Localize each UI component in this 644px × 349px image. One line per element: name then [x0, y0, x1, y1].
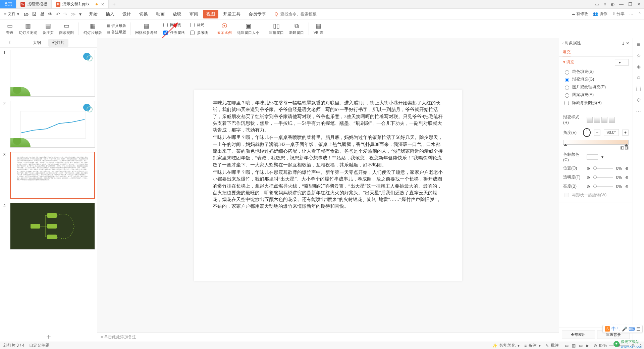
apply-all-button[interactable]: 全部应用: [562, 331, 595, 339]
minimize-icon[interactable]: —: [619, 2, 624, 7]
theme-icon[interactable]: ◐: [611, 2, 614, 7]
menu-chevron-icon[interactable]: ⌃: [638, 12, 641, 16]
bright-dec[interactable]: ⊖: [587, 184, 590, 189]
new-tab-button[interactable]: ＋: [109, 0, 120, 8]
rp-close-icon[interactable]: ✕: [626, 41, 629, 46]
handout-master[interactable]: ▦讲义母版: [107, 23, 126, 28]
pos-dec[interactable]: ⊖: [587, 166, 590, 171]
menu-view[interactable]: 视图: [203, 10, 218, 18]
more-menu-icon[interactable]: ⋯: [629, 12, 633, 16]
share-button[interactable]: ⇪ 分享: [612, 11, 625, 17]
command-search[interactable]: Q: [275, 11, 333, 17]
app-grid-icon[interactable]: ⌗: [604, 2, 606, 7]
view-sorter-btn[interactable]: ▥: [572, 343, 576, 348]
qat-dropdown-icon[interactable]: ▾: [79, 11, 82, 17]
ime-menu-icon[interactable]: ☰: [636, 327, 640, 332]
trans-slider[interactable]: [593, 177, 613, 178]
preview-icon[interactable]: 👁: [48, 11, 53, 17]
color-dropdown-icon[interactable]: ▾: [601, 155, 603, 159]
tab-templates[interactable]: W 找稻壳模板: [16, 0, 52, 8]
menu-vip[interactable]: 会员专享: [245, 10, 269, 18]
vb-macro[interactable]: ▦VB 宏: [311, 22, 326, 35]
cloud-changes[interactable]: ☁ 有修改: [571, 11, 588, 17]
angle-knob[interactable]: [583, 128, 590, 137]
status-theme[interactable]: 自定义主题: [29, 343, 49, 348]
trans-inc[interactable]: ⊕: [625, 175, 629, 180]
ime-kbd-icon[interactable]: ⌨: [629, 327, 635, 332]
fill-hide-bg[interactable]: 隐藏背景图形(H): [563, 99, 629, 107]
rail-template-icon[interactable]: ⬚: [636, 85, 641, 92]
tab-document[interactable]: P 演示文稿1.pptx ✕: [52, 0, 109, 8]
rail-settings-icon[interactable]: ≡: [637, 42, 640, 48]
slide-canvas[interactable]: 年味儿在哪里？哦，年味儿55在爷爷一幅幅笔墨飘香的对联里。进入腊2月，街上大街小…: [194, 90, 462, 281]
rail-target-icon[interactable]: ⌾: [637, 74, 640, 81]
ime-punct[interactable]: ' ,: [617, 327, 621, 332]
window-mode-icon[interactable]: ▭: [595, 2, 599, 7]
fit-window[interactable]: ▣适应窗口大小: [234, 22, 262, 35]
rp-tab-fill[interactable]: 填充: [562, 50, 571, 56]
print-icon[interactable]: 🖶: [40, 11, 45, 17]
arrange-windows[interactable]: ▯▯重排窗口: [266, 22, 286, 35]
undo-icon[interactable]: ↶: [56, 11, 60, 17]
save-icon[interactable]: 🖫: [32, 11, 37, 17]
thumbnail-4[interactable]: 4: [0, 201, 97, 252]
new-window[interactable]: ⧉新建窗口: [286, 22, 307, 35]
close-tab-icon[interactable]: ✕: [101, 2, 104, 7]
collapse-pane-icon[interactable]: 《: [3, 39, 15, 47]
thumbnail-3[interactable]: 3 年味儿在哪里？哦，年味儿55在爷爷一幅幅笔墨飘香的对联里。进入腊2月，街上大…: [0, 150, 97, 201]
zoom-ratio[interactable]: ⦿显示比例: [214, 22, 234, 35]
menu-insert[interactable]: 插入: [102, 10, 118, 18]
zoom-out-icon[interactable]: ⊖: [594, 343, 597, 348]
fill-pattern[interactable]: 图案填充(A): [563, 91, 629, 99]
rp-collapse-icon[interactable]: ‹: [562, 41, 564, 46]
view-sorter[interactable]: ▥幻灯片浏览: [16, 22, 40, 35]
pos-inc[interactable]: ⊕: [625, 166, 629, 171]
bright-inc[interactable]: ⊕: [625, 184, 629, 189]
fill-picture[interactable]: 图片或纹理填充(P): [563, 83, 629, 91]
color-swatch[interactable]: [587, 154, 598, 160]
fill-solid[interactable]: 纯色填充(S): [563, 68, 629, 76]
guides-checkbox[interactable]: 参考线: [189, 30, 208, 36]
taskpane-checkbox[interactable]: 任务窗格: [162, 30, 185, 36]
open-icon[interactable]: 🗁: [24, 11, 29, 17]
rail-shape-icon[interactable]: ◈: [637, 63, 641, 70]
thumbnail-1[interactable]: 1: [0, 48, 97, 99]
ime-lang[interactable]: 中: [611, 326, 616, 332]
add-slide-button[interactable]: ＋: [0, 332, 97, 342]
grad-style-presets[interactable]: [587, 117, 615, 123]
grid-guides[interactable]: ▦网格和参考线: [132, 22, 160, 35]
menu-review[interactable]: 审阅: [186, 10, 202, 18]
status-beautify[interactable]: ✨ 智能美化 ▾: [492, 343, 520, 348]
view-notes[interactable]: ▤备注页: [40, 22, 56, 35]
angle-value[interactable]: 90.0°: [604, 129, 619, 136]
more-qat-icon[interactable]: ≫: [71, 11, 76, 17]
gradient-bar[interactable]: [563, 140, 629, 145]
tab-outline[interactable]: 大纲: [29, 39, 45, 47]
rail-star-icon[interactable]: ☆: [636, 52, 641, 59]
fill-preset-dropdown[interactable]: ▾: [615, 59, 629, 66]
view-reading-btn[interactable]: ▭: [579, 343, 583, 348]
grad-add-stop-icon[interactable]: ◧: [620, 145, 624, 150]
thumbnail-2[interactable]: 2: [0, 99, 97, 150]
fill-gradient[interactable]: 渐变填充(G): [563, 76, 629, 83]
rail-more-icon[interactable]: …: [636, 107, 641, 113]
ruler-checkbox[interactable]: 标尺: [189, 22, 208, 28]
menu-design[interactable]: 设计: [119, 10, 135, 18]
menu-animation[interactable]: 动画: [153, 10, 168, 18]
angle-inc[interactable]: +: [622, 130, 629, 136]
view-normal[interactable]: ▭普通: [3, 22, 16, 35]
menu-devtools[interactable]: 开发工具: [220, 10, 244, 18]
menu-file[interactable]: ≡ 文件 ▾: [3, 10, 20, 17]
view-slideshow-btn[interactable]: ▶: [586, 343, 589, 348]
notes-area[interactable]: ≡ 单击此处添加备注: [97, 332, 559, 342]
maximize-icon[interactable]: ❐: [628, 2, 632, 7]
trans-dec[interactable]: ⊖: [587, 175, 590, 180]
bright-slider[interactable]: [593, 186, 613, 187]
collab-button[interactable]: 👥 协作: [593, 11, 607, 17]
rp-pin-icon[interactable]: ⤓: [622, 41, 625, 46]
pos-slider[interactable]: [593, 168, 613, 169]
angle-dec[interactable]: −: [594, 130, 600, 136]
view-normal-btn[interactable]: ▭: [565, 343, 569, 348]
view-reading[interactable]: ▭阅读视图: [56, 22, 76, 35]
status-comments[interactable]: ✎ 批注: [545, 343, 559, 348]
